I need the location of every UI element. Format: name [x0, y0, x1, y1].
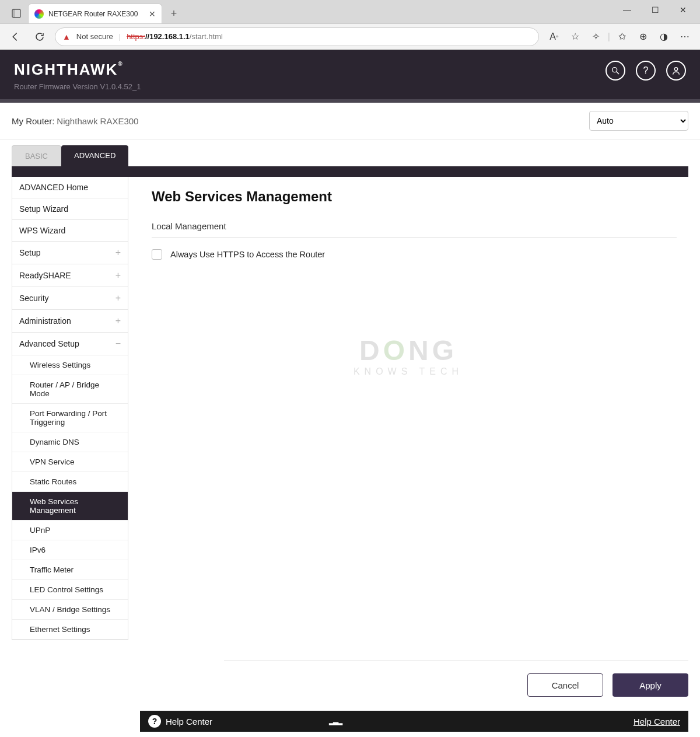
- page-title: Web Services Management: [152, 188, 677, 205]
- sub-static-routes[interactable]: Static Routes: [12, 472, 128, 492]
- svg-point-4: [674, 68, 677, 71]
- cancel-button[interactable]: Cancel: [527, 673, 603, 697]
- sidebar-item-readyshare[interactable]: ReadySHARE+: [12, 264, 128, 287]
- my-router-label: My Router:: [12, 116, 54, 126]
- svg-line-3: [617, 72, 619, 74]
- sub-vpn-service[interactable]: VPN Service: [12, 452, 128, 472]
- titlebar: NETGEAR Router RAXE300 ✕ + — ☐ ✕: [0, 0, 700, 23]
- brand-logo: NIGHTHAWK®: [14, 61, 124, 79]
- sidebar-item-security[interactable]: Security+: [12, 287, 128, 310]
- minimize-button[interactable]: —: [618, 1, 636, 19]
- sub-ethernet-settings[interactable]: Ethernet Settings: [12, 620, 128, 640]
- favicon-icon: [34, 9, 44, 19]
- sub-upnp[interactable]: UPnP: [12, 521, 128, 540]
- url-scheme: https:: [127, 32, 145, 41]
- help-center-title: Help Center: [166, 717, 212, 726]
- sub-ipv6[interactable]: IPv6: [12, 540, 128, 560]
- subheader: My Router: Nighthawk RAXE300 Auto: [0, 103, 700, 139]
- minus-icon: −: [116, 338, 121, 349]
- more-icon[interactable]: ⋯: [676, 27, 694, 46]
- action-row: Cancel Apply: [527, 673, 688, 697]
- collections-icon[interactable]: ⊕: [634, 27, 652, 46]
- tab-advanced[interactable]: ADVANCED: [61, 145, 128, 166]
- warning-icon: ▲: [62, 32, 71, 41]
- help-icon[interactable]: ?: [636, 61, 656, 81]
- plus-icon: +: [116, 247, 121, 258]
- account-icon[interactable]: [666, 61, 686, 81]
- my-router-value: Nighthawk RAXE300: [57, 116, 138, 126]
- plus-icon: +: [116, 316, 121, 326]
- watermark: DONG KNOWS TECH: [354, 334, 463, 377]
- https-checkbox-label: Always Use HTTPS to Access the Router: [170, 250, 325, 259]
- firmware-version: Router Firmware Version V1.0.4.52_1: [14, 82, 686, 91]
- close-tab-icon[interactable]: ✕: [149, 9, 156, 19]
- sidebar: ADVANCED Home Setup Wizard WPS Wizard Se…: [12, 177, 128, 640]
- sidebar-item-setup[interactable]: Setup+: [12, 242, 128, 264]
- main-tabs: BASIC ADVANCED: [12, 145, 688, 166]
- svg-rect-1: [12, 9, 15, 18]
- back-button[interactable]: [6, 27, 24, 46]
- close-window-button[interactable]: ✕: [674, 1, 692, 19]
- url-host: //192.168.1.1: [145, 32, 190, 41]
- tab-strip: [12, 166, 688, 177]
- address-bar[interactable]: ▲ Not secure | https://192.168.1.1/start…: [55, 27, 539, 46]
- browser-toolbar: ▲ Not secure | https://192.168.1.1/start…: [0, 23, 700, 49]
- extensions-icon[interactable]: ✧: [587, 27, 606, 46]
- browser-tab[interactable]: NETGEAR Router RAXE300 ✕: [28, 4, 162, 23]
- favorite-icon[interactable]: ☆: [566, 27, 584, 46]
- sub-traffic-meter[interactable]: Traffic Meter: [12, 560, 128, 580]
- url-path: /start.html: [190, 32, 223, 41]
- not-secure-label: Not secure: [76, 32, 113, 41]
- maximize-button[interactable]: ☐: [646, 1, 664, 19]
- section-title: Local Management: [152, 221, 677, 237]
- page-viewport: ? NIGHTHAWK® Router Firmware Version V1.…: [0, 50, 700, 737]
- plus-icon: +: [116, 270, 121, 281]
- new-tab-button[interactable]: +: [166, 5, 182, 22]
- chevron-up-icon: ▂▃▂: [329, 717, 341, 725]
- sub-dynamic-dns[interactable]: Dynamic DNS: [12, 432, 128, 452]
- router-header: ? NIGHTHAWK® Router Firmware Version V1.…: [0, 50, 700, 99]
- main-panel: Web Services Management Local Management…: [128, 177, 688, 640]
- sidebar-item-administration[interactable]: Administration+: [12, 310, 128, 333]
- tab-title: NETGEAR Router RAXE300: [48, 10, 138, 18]
- https-checkbox-row[interactable]: Always Use HTTPS to Access the Router: [152, 249, 677, 260]
- mode-select[interactable]: Auto: [589, 111, 688, 131]
- advanced-setup-submenu: Wireless Settings Router / AP / Bridge M…: [12, 355, 128, 640]
- help-center-link[interactable]: Help Center: [634, 717, 680, 726]
- svg-point-2: [612, 68, 617, 72]
- browser-chrome: NETGEAR Router RAXE300 ✕ + — ☐ ✕ ▲ Not s…: [0, 0, 700, 50]
- sub-web-services-mgmt[interactable]: Web Services Management: [12, 492, 128, 521]
- sidebar-item-advanced-setup[interactable]: Advanced Setup−: [12, 333, 128, 355]
- sub-port-forwarding[interactable]: Port Forwarding / Port Triggering: [12, 404, 128, 432]
- refresh-button[interactable]: [30, 27, 49, 46]
- sub-vlan-bridge[interactable]: VLAN / Bridge Settings: [12, 600, 128, 620]
- apply-button[interactable]: Apply: [612, 673, 688, 697]
- help-icon: ?: [148, 715, 161, 728]
- tab-basic[interactable]: BASIC: [12, 145, 61, 166]
- tab-actions-icon[interactable]: [8, 5, 24, 22]
- sidebar-item-setup-wizard[interactable]: Setup Wizard: [12, 198, 128, 220]
- plus-icon: +: [116, 293, 121, 303]
- sub-wireless-settings[interactable]: Wireless Settings: [12, 355, 128, 375]
- read-aloud-icon[interactable]: A»: [545, 27, 564, 46]
- sidebar-item-wps-wizard[interactable]: WPS Wizard: [12, 220, 128, 242]
- profile-icon[interactable]: ◑: [654, 27, 673, 46]
- sub-router-ap-bridge[interactable]: Router / AP / Bridge Mode: [12, 375, 128, 404]
- search-icon[interactable]: [606, 61, 625, 81]
- sidebar-item-advanced-home[interactable]: ADVANCED Home: [12, 177, 128, 198]
- https-checkbox[interactable]: [152, 249, 162, 260]
- help-center-bar[interactable]: ? Help Center ▂▃▂ Help Center: [140, 711, 688, 732]
- favorites-bar-icon[interactable]: ✩: [612, 27, 631, 46]
- sub-led-control[interactable]: LED Control Settings: [12, 580, 128, 600]
